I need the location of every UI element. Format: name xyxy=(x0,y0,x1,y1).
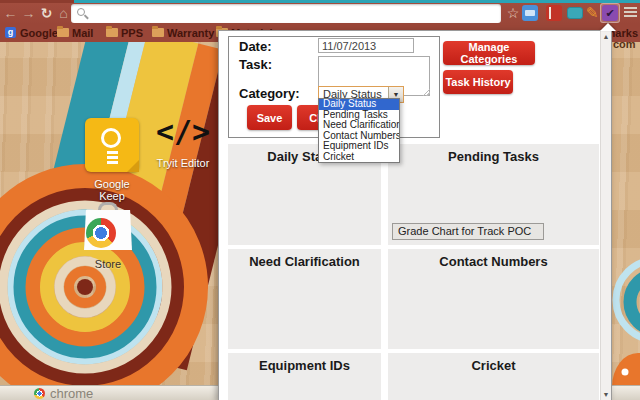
section-title: Pending Tasks xyxy=(388,144,599,164)
blue-extension-icon[interactable] xyxy=(522,5,538,21)
google-favicon: g xyxy=(5,27,16,38)
chrome-web-store-icon xyxy=(82,202,134,254)
app-shortcut-tryit-editor[interactable]: </> Tryit Editor xyxy=(145,114,221,169)
section-contact-numbers: Contact Numbers xyxy=(388,249,599,349)
bookmark-label: PPS xyxy=(121,27,143,39)
chrome-logo-icon xyxy=(34,388,45,399)
section-title: Equipment IDs xyxy=(228,353,381,373)
teal-extension-icon[interactable] xyxy=(567,7,583,19)
section-cricket: Cricket xyxy=(388,353,599,400)
bookmark-label: Mail xyxy=(72,27,93,39)
bookmark-star-icon[interactable]: ☆ xyxy=(505,3,521,23)
section-title: Contact Numbers xyxy=(388,249,599,269)
dropdown-option[interactable]: Contact Numbers xyxy=(319,131,399,142)
bookmark-google[interactable]: g Google xyxy=(5,26,58,40)
manage-categories-button[interactable]: Manage Categories xyxy=(443,41,535,65)
folder-icon xyxy=(57,28,69,37)
bookmark-folder-warranty[interactable]: Warranty xyxy=(152,26,214,40)
right-edge-artwork xyxy=(608,252,640,400)
chrome-menu-icon[interactable] xyxy=(624,7,637,19)
bookmark-folder-pps[interactable]: PPS xyxy=(106,26,143,40)
bookmark-label: Warranty xyxy=(167,27,214,39)
task-list-item[interactable]: Grade Chart for Track POC xyxy=(392,223,544,240)
background-text-fragment: com xyxy=(613,38,636,50)
address-bar[interactable] xyxy=(71,4,501,23)
code-icon: </> xyxy=(145,114,221,149)
task-history-button[interactable]: Task History xyxy=(443,70,513,94)
reload-button[interactable]: ↻ xyxy=(38,4,55,22)
textarea-resize-grip[interactable] xyxy=(423,89,430,96)
pencil-extension-icon[interactable]: ✎ xyxy=(584,3,600,23)
scroll-down-icon[interactable]: ▼ xyxy=(601,391,611,398)
search-icon xyxy=(77,8,85,16)
browser-toolbar: ← → ↻ ⌂ ☆ ✎ ✔ xyxy=(0,3,640,24)
extension-popup: Date: Task: Category: Daily Status ▼ Sav… xyxy=(218,30,612,400)
section-title: Cricket xyxy=(388,353,599,373)
date-input[interactable] xyxy=(318,38,414,53)
save-button[interactable]: Save xyxy=(247,105,292,130)
google-keep-icon xyxy=(85,118,139,172)
dropdown-option[interactable]: Pending Tasks xyxy=(319,110,399,121)
folder-icon xyxy=(106,28,118,37)
forward-button[interactable]: → xyxy=(20,4,37,22)
back-button[interactable]: ← xyxy=(2,4,19,22)
popup-scrollbar[interactable]: ▲ ▼ xyxy=(600,31,611,400)
active-extension-button[interactable]: ✔ xyxy=(600,3,620,23)
red-book-extension-icon[interactable] xyxy=(546,5,562,21)
app-label: Tryit Editor xyxy=(145,157,221,169)
popup-arrow xyxy=(600,23,616,31)
category-dropdown-list: Daily Status Pending Tasks Need Clarific… xyxy=(318,98,400,163)
app-shortcut-web-store[interactable]: Store xyxy=(80,202,136,270)
section-title: Need Clarification xyxy=(228,249,381,269)
category-label: Category: xyxy=(239,86,300,101)
app-label: Store xyxy=(80,258,136,270)
section-need-clarification: Need Clarification xyxy=(228,249,381,349)
bookmark-folder-mail[interactable]: Mail xyxy=(57,26,93,40)
scroll-up-icon[interactable]: ▲ xyxy=(601,33,611,40)
checkmark-extension-icon: ✔ xyxy=(602,5,618,21)
date-label: Date: xyxy=(239,39,272,54)
app-shortcut-google-keep[interactable]: Google Keep xyxy=(80,118,144,202)
home-button[interactable]: ⌂ xyxy=(55,4,72,22)
dropdown-option[interactable]: Need Clarification xyxy=(319,120,399,131)
task-label: Task: xyxy=(239,57,272,72)
dropdown-option[interactable]: Equipment IDs xyxy=(319,141,399,152)
dropdown-option[interactable]: Cricket xyxy=(319,152,399,163)
section-equipment-ids: Equipment IDs xyxy=(228,353,381,400)
bookmark-label: Google xyxy=(20,27,58,39)
app-label: Google Keep xyxy=(80,178,144,202)
folder-icon xyxy=(152,28,164,37)
dropdown-option[interactable]: Daily Status xyxy=(319,99,399,110)
chrome-label: chrome xyxy=(50,386,93,400)
